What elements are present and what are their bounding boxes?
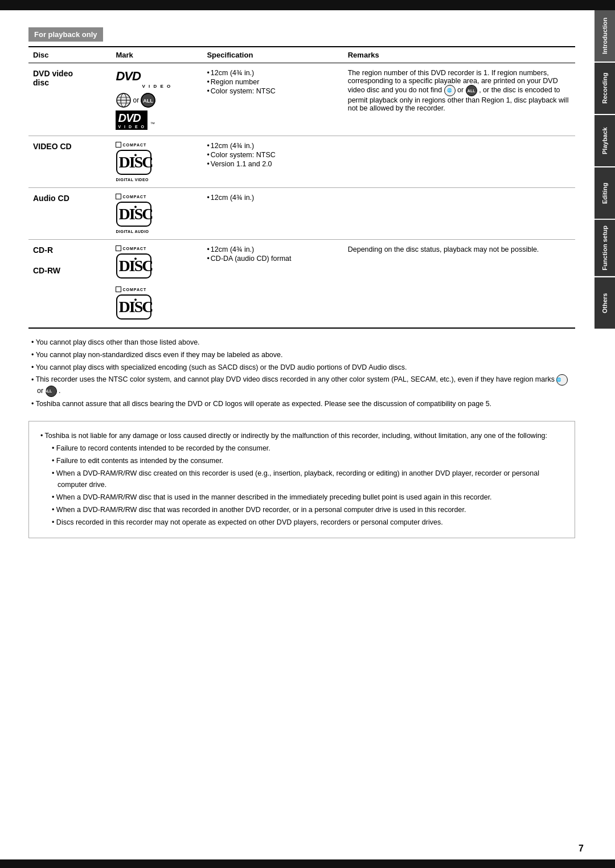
tab-others[interactable]: Others <box>594 277 615 329</box>
spec-cdr: 12cm (4¾ in.) CD-DA (audio CD) format <box>202 240 343 329</box>
svg-text:●: ● <box>134 256 137 261</box>
region-mark-icon-1: 🌐 <box>556 374 568 386</box>
cd-disc-svg-cdr: DISC ● <box>116 251 155 281</box>
disclaimer-sub-3: When a DVD-RAM/R/RW disc created on this… <box>40 468 563 490</box>
top-bar <box>0 0 615 10</box>
table-row: CD-R CD-RW COMPACT DISC ● <box>28 240 575 329</box>
remarks-acd <box>343 188 575 240</box>
table-row: Audio CD COMPACT DISC ● DIGITAL AUDIO <box>28 188 575 240</box>
table-row: VIDEO CD COMPACT DISC ● <box>28 136 575 188</box>
cd-disc-svg-cdrw: DISC ● <box>116 292 155 322</box>
page-number: 7 <box>579 844 584 854</box>
spec-acd: 12cm (4¾ in.) <box>202 188 343 240</box>
mark-dvd: DVD V I D E O or <box>111 63 202 136</box>
tab-others-label: Others <box>601 293 608 313</box>
tab-playback-label: Playback <box>601 127 608 154</box>
bullet-note-4: This recorder uses the NTSC color system… <box>28 374 575 397</box>
mark-cdr: COMPACT DISC ● COMPACT <box>111 240 202 329</box>
tab-playback[interactable]: Playback <box>594 115 615 166</box>
bullet-note-2: You cannot play non-standardized discs e… <box>28 350 575 361</box>
bullet-note-3: You cannot play discs with specialized e… <box>28 362 575 373</box>
disclaimer-sub-6: Discs recorded in this recorder may not … <box>40 517 563 528</box>
disc-name-cdr: CD-R CD-RW <box>28 240 111 329</box>
col-header-mark: Mark <box>111 47 202 63</box>
svg-text:●: ● <box>134 152 137 158</box>
cdr-logo: COMPACT DISC ● <box>116 245 198 281</box>
playback-only-header: For playback only <box>28 27 103 42</box>
remarks-cdr: Depending on the disc status, playback m… <box>343 240 575 329</box>
tab-introduction-label: Introduction <box>601 18 608 54</box>
region-icon-2: ALL <box>466 85 477 96</box>
col-header-remarks: Remarks <box>343 47 575 63</box>
svg-text:●: ● <box>134 297 137 302</box>
tab-editing-label: Editing <box>601 182 608 203</box>
disc-name-dvd: DVD videodisc <box>28 63 111 136</box>
or-label: or <box>133 96 139 104</box>
sidebar-tabs: Introduction Recording Playback Editing … <box>594 10 615 329</box>
remarks-vcd <box>343 136 575 188</box>
dvd-logo-1: DVD V I D E O <box>116 69 198 89</box>
mark-vcd: COMPACT DISC ● DIGITAL VIDEO <box>111 136 202 188</box>
spec-vcd: 12cm (4¾ in.) Color system: NTSC Version… <box>202 136 343 188</box>
disclaimer-sub-2: Failure to edit contents as intended by … <box>40 455 563 466</box>
region-mark-icon-2: ALL <box>46 386 57 397</box>
svg-text:●: ● <box>134 204 137 210</box>
disc-name-acd: Audio CD <box>28 188 111 240</box>
cd-disc-svg-vcd: DISC ● <box>116 148 155 177</box>
disclaimer-sub-5: When a DVD-RAM/R/RW disc that was record… <box>40 504 563 515</box>
region-icon-1: 🌐 <box>444 85 456 96</box>
disclaimer-main: • Toshiba is not liable for any damage o… <box>40 430 563 441</box>
disclaimer-box: • Toshiba is not liable for any damage o… <box>28 421 575 538</box>
col-header-disc: Disc <box>28 47 111 63</box>
disc-table: Disc Mark Specification Remarks DVD vide… <box>28 46 575 329</box>
tab-function-setup[interactable]: Function setup <box>594 220 615 276</box>
bullet-note-5: Toshiba cannot assure that all discs bea… <box>28 399 575 410</box>
bottom-bar <box>0 859 615 868</box>
globe-icon-1 <box>116 92 132 108</box>
spec-dvd: 12cm (4¾ in.) Region number Color system… <box>202 63 343 136</box>
tab-introduction[interactable]: Introduction <box>594 10 615 62</box>
cd-disc-svg-acd: DISC ● <box>116 199 155 229</box>
cdrw-logo: COMPACT DISC ● <box>116 286 198 322</box>
bullet-note-1: You cannot play discs other than those l… <box>28 337 575 348</box>
disclaimer-sub-4: When a DVD-RAM/R/RW disc that is used in… <box>40 492 563 503</box>
main-content: For playback only Disc Mark Specificatio… <box>17 16 587 550</box>
svg-text:ALL: ALL <box>143 98 153 104</box>
mark-acd: COMPACT DISC ● DIGITAL AUDIO <box>111 188 202 240</box>
bullet-notes: You cannot play discs other than those l… <box>28 337 575 410</box>
tab-editing[interactable]: Editing <box>594 167 615 219</box>
globe-icon-2: ALL <box>140 92 156 108</box>
vcd-logo: COMPACT DISC ● DIGITAL VIDEO <box>116 142 198 182</box>
tab-recording-label: Recording <box>601 73 608 104</box>
col-header-specification: Specification <box>202 47 343 63</box>
tab-recording[interactable]: Recording <box>594 63 615 114</box>
remarks-dvd: The region number of this DVD recorder i… <box>343 63 575 136</box>
disc-name-vcd: VIDEO CD <box>28 136 111 188</box>
disclaimer-sub-1: Failure to record contents intended to b… <box>40 443 563 454</box>
acd-logo: COMPACT DISC ● DIGITAL AUDIO <box>116 194 198 234</box>
table-row: DVD videodisc DVD V I D E O <box>28 63 575 136</box>
tab-function-setup-label: Function setup <box>601 226 608 271</box>
